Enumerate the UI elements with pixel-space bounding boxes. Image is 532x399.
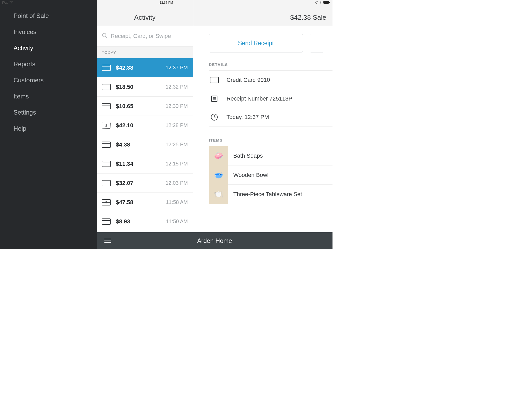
- transaction-amount: $47.58: [116, 199, 166, 206]
- item-thumbnail: 🧼: [209, 146, 228, 165]
- transaction-time: 12:37 PM: [165, 65, 188, 71]
- receipt-icon: [210, 94, 219, 103]
- transaction-time: 11:58 AM: [166, 199, 188, 205]
- sidebar-item-activity[interactable]: Activity: [0, 40, 97, 56]
- svg-rect-7: [102, 84, 110, 90]
- transaction-row[interactable]: $10.6512:30 PM: [97, 97, 193, 116]
- item-thumbnail: 🥣: [209, 165, 228, 185]
- items-title: ITEMS: [193, 136, 332, 146]
- svg-rect-23: [210, 77, 218, 83]
- card-icon: [210, 76, 219, 84]
- location-icon: [315, 1, 318, 5]
- detail-text: Credit Card 9010: [227, 77, 270, 83]
- bottom-bar: Arden Home: [97, 232, 332, 249]
- transaction-amount: $42.38: [116, 64, 165, 71]
- card-icon: [102, 218, 111, 225]
- card-icon: [102, 161, 111, 167]
- item-row[interactable]: 🍽️Three-Piece Tableware Set: [209, 184, 332, 204]
- transaction-amount: $10.65: [116, 103, 165, 110]
- menu-icon[interactable]: [97, 239, 112, 243]
- transaction-row[interactable]: $47.5811:58 AM: [97, 193, 193, 212]
- svg-rect-15: [102, 161, 110, 167]
- action-row: Send Receipt: [193, 26, 332, 60]
- transaction-time: 12:25 PM: [165, 142, 188, 148]
- sidebar-item-reports[interactable]: Reports: [0, 56, 97, 72]
- transaction-row[interactable]: $32.0712:03 PM: [97, 174, 193, 193]
- sidebar-item-help[interactable]: Help: [0, 121, 97, 137]
- svg-rect-17: [102, 180, 110, 186]
- item-name: Bath Soaps: [233, 152, 263, 159]
- search-input[interactable]: [111, 33, 188, 39]
- sidebar-item-point-of-sale[interactable]: Point of Sale: [0, 8, 97, 24]
- card-icon: [102, 65, 111, 71]
- item-thumbnail: 🍽️: [209, 185, 228, 204]
- item-row[interactable]: 🧼Bath Soaps: [209, 146, 332, 165]
- item-name: Wooden Bowl: [233, 172, 268, 178]
- card-icon: [102, 142, 111, 148]
- sidebar-item-items[interactable]: Items: [0, 88, 97, 104]
- transaction-time: 12:03 PM: [165, 180, 188, 186]
- svg-rect-9: [102, 103, 110, 109]
- svg-point-3: [102, 33, 106, 37]
- gift-icon: [102, 199, 111, 205]
- transaction-amount: $42.10: [116, 122, 165, 129]
- cash-icon: $: [102, 122, 111, 129]
- item-row[interactable]: 🥣Wooden Bowl: [209, 165, 332, 184]
- svg-text:$: $: [105, 124, 107, 128]
- card-icon: [102, 180, 111, 186]
- sidebar-item-settings[interactable]: Settings: [0, 104, 97, 121]
- send-receipt-button[interactable]: Send Receipt: [209, 34, 303, 52]
- detail-row: Credit Card 9010: [209, 70, 332, 89]
- transaction-time: 12:32 PM: [165, 84, 188, 90]
- clock-icon: [210, 113, 219, 122]
- svg-rect-1: [323, 1, 329, 4]
- transaction-amount: $8.93: [116, 218, 166, 225]
- item-name: Three-Piece Tableware Set: [233, 191, 302, 198]
- secondary-action-button[interactable]: [310, 34, 323, 52]
- sidebar: Point of SaleInvoicesActivityReportsCust…: [0, 0, 97, 249]
- transaction-row[interactable]: $18.5012:32 PM: [97, 77, 193, 97]
- battery-icon: [323, 1, 330, 5]
- transaction-list: $42.3812:37 PM$18.5012:32 PM$10.6512:30 …: [97, 58, 193, 249]
- bluetooth-icon: [320, 1, 322, 5]
- svg-rect-21: [102, 219, 110, 224]
- today-label: TODAY: [97, 46, 193, 58]
- transaction-amount: $4.38: [116, 141, 165, 148]
- transaction-row[interactable]: $$42.1012:28 PM: [97, 116, 193, 135]
- transaction-time: 11:50 AM: [166, 218, 188, 224]
- svg-rect-2: [329, 2, 330, 3]
- sale-detail-column: $42.38 Sale Send Receipt DETAILS Credit …: [193, 0, 332, 249]
- device-label: iPad: [2, 1, 8, 4]
- detail-row: Receipt Number 725113P: [209, 89, 332, 108]
- card-icon: [102, 84, 111, 90]
- transaction-row[interactable]: $42.3812:37 PM: [97, 58, 193, 77]
- sidebar-item-customers[interactable]: Customers: [0, 72, 97, 88]
- search-icon: [102, 33, 108, 39]
- activity-column: Activity TODAY $42.3812:37 PM$18.5012:32…: [97, 0, 193, 249]
- sidebar-item-invoices[interactable]: Invoices: [0, 24, 97, 40]
- status-bar: iPad 12:37 PM: [0, 0, 332, 5]
- transaction-time: 12:28 PM: [165, 122, 188, 128]
- svg-rect-13: [102, 142, 110, 148]
- transaction-amount: $11.34: [116, 161, 165, 167]
- svg-line-4: [105, 36, 107, 38]
- svg-point-0: [11, 3, 11, 4]
- svg-rect-5: [102, 65, 110, 71]
- transaction-amount: $32.07: [116, 180, 165, 187]
- detail-text: Receipt Number 725113P: [227, 95, 292, 102]
- wifi-icon: [9, 1, 13, 4]
- transaction-time: 12:15 PM: [165, 161, 188, 167]
- transaction-row[interactable]: $11.3412:15 PM: [97, 154, 193, 174]
- detail-row: Today, 12:37 PM: [209, 108, 332, 127]
- transaction-amount: $18.50: [116, 84, 165, 90]
- store-name: Arden Home: [112, 237, 332, 244]
- search-row[interactable]: [97, 26, 193, 46]
- detail-text: Today, 12:37 PM: [227, 114, 269, 121]
- details-title: DETAILS: [193, 60, 332, 70]
- status-time: 12:37 PM: [159, 1, 173, 4]
- transaction-row[interactable]: $4.3812:25 PM: [97, 135, 193, 154]
- transaction-time: 12:30 PM: [165, 103, 188, 109]
- transaction-row[interactable]: $8.9311:50 AM: [97, 212, 193, 231]
- card-icon: [102, 103, 111, 109]
